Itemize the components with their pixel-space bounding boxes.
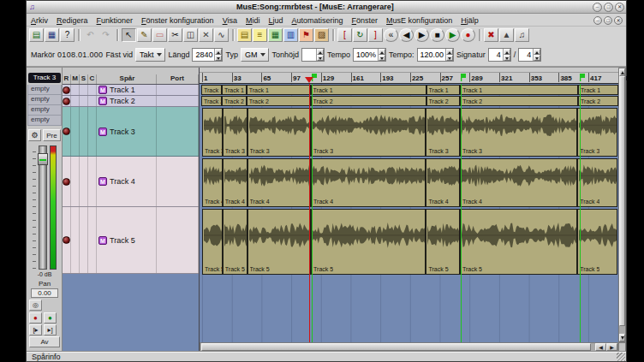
mute-cell[interactable] [71,207,80,273]
arranger-part[interactable]: Track 1 [426,85,461,95]
menu-visa[interactable]: Visa [218,16,242,25]
output-route-button[interactable]: ▸] [44,324,57,335]
hscroll-thumb[interactable] [201,343,591,351]
spin-up-icon[interactable] [379,49,385,55]
minimize-button[interactable]: – [593,16,602,25]
arranger-part[interactable]: Track 3 [460,108,577,157]
close-button[interactable]: ✕ [614,16,623,25]
part-list-item[interactable]: empty [27,95,62,105]
track-row-3[interactable]: MTrack 3 [63,107,199,157]
arranger-part[interactable]: Track 3 [577,108,617,157]
solo-cell[interactable] [80,96,88,106]
type-combo[interactable]: GM [241,48,270,62]
arranger-part[interactable]: Track 2 [578,96,618,106]
record-arm-cell[interactable] [63,157,71,206]
scroll-left-icon[interactable]: ◀ [595,343,606,351]
maximize-button[interactable]: □ [604,16,612,25]
solo-cell[interactable] [80,157,88,206]
arranger-part[interactable]: Track 4 [311,158,426,207]
playhead-marker-icon[interactable] [305,77,313,83]
menu-ljud[interactable]: Ljud [265,16,288,25]
arranger-part[interactable]: Track 2 [460,96,578,106]
arranger-part[interactable]: Track 3 [223,108,247,157]
trackinfo-toggle[interactable]: Spårinfo [27,353,617,361]
glue-tool-icon[interactable]: ◫ [183,28,198,42]
scroll-down-icon[interactable] [619,334,625,341]
scroll-up-icon[interactable] [619,68,625,76]
arranger-part[interactable]: Track 5 [311,209,426,275]
menu-hjälp[interactable]: Hjälp [456,16,483,25]
input-route-button[interactable]: [▸ [29,324,42,335]
spin-down-icon[interactable] [317,55,324,61]
spin-up-icon[interactable] [446,49,453,55]
arranger-part[interactable]: Track 5 [577,209,617,275]
track-row-5[interactable]: MTrack 5 [63,207,199,274]
arranger-part[interactable]: Track 3 [311,108,426,157]
metronome-icon[interactable]: ▲ [499,28,514,42]
spin-up-icon[interactable] [504,49,510,55]
fader-track[interactable] [39,145,47,270]
spin-up-icon[interactable] [215,49,222,55]
track-name-cell[interactable]: MTrack 3 [97,107,157,156]
open-icon[interactable]: ▤ [29,28,44,42]
marker-flag-icon[interactable] [580,74,585,81]
scroll-right-icon[interactable]: ▶ [606,343,617,351]
pianoroll-icon[interactable]: ▤ [237,28,252,42]
drum-editor-icon[interactable]: ▦ [268,28,283,42]
length-spin[interactable]: 2840 [192,48,223,62]
menu-fönster[interactable]: Fönster [348,16,383,25]
arranger-part[interactable]: Track 4 [223,158,247,207]
marker-flag-icon[interactable] [461,74,466,81]
signature-numerator-spin[interactable]: 4 [488,48,511,62]
arranger-part[interactable]: Track 4 [202,158,223,207]
record-arm-cell[interactable] [63,107,71,156]
rewind-start-icon[interactable]: « [384,28,398,42]
arranger-part[interactable]: Track 3 [247,108,312,157]
horizontal-scrollbar[interactable]: ◀ ▶ [200,342,618,352]
pan-value[interactable]: 0.00 [31,288,58,298]
part-list-item[interactable]: empty [27,116,62,126]
timeline-ruler[interactable]: 133659712916119322525728932135338541744 [200,68,618,84]
eraser-tool-icon[interactable]: ▭ [152,28,167,42]
punch-out-icon[interactable]: ] [368,28,383,42]
part-canvas[interactable]: Track 1Track 1Track 1Track 1Track 1Track… [200,84,618,342]
menu-muse-konfiguration[interactable]: MusE konfiguration [382,16,456,25]
power-button[interactable]: ◎ [29,300,42,311]
arranger-part[interactable]: Track 4 [247,158,312,207]
track-port-cell[interactable] [157,157,199,206]
arranger-part[interactable]: Track 1 [247,85,311,95]
master-track-icon[interactable]: ▨ [314,28,329,42]
close-button[interactable]: ✕ [615,3,624,12]
forward-icon[interactable]: ▶ [414,28,429,42]
pointer-tool-icon[interactable]: ↖ [122,28,136,42]
track-port-cell[interactable] [157,85,199,95]
spin-down-icon[interactable] [379,55,385,61]
arranger-part[interactable]: Track 1 [578,85,618,95]
mixer-icon[interactable]: ▥ [283,28,298,42]
punch-in-icon[interactable]: [ [337,28,352,42]
track-name-cell[interactable]: MTrack 4 [97,157,157,206]
arranger-part[interactable]: Track 1 [311,85,426,95]
snap-combo[interactable]: Takt [135,48,166,62]
vertical-scrollbar[interactable] [618,68,626,342]
gear-icon[interactable]: ⚙ [28,129,41,141]
spin-up-icon[interactable] [534,49,540,55]
tempo-percent-spin[interactable]: 100% [353,48,386,62]
record-arm-cell[interactable] [63,85,71,95]
track-name-cell[interactable]: MTrack 2 [97,96,157,106]
arranger-part[interactable]: Track 2 [247,96,311,106]
arranger-part[interactable]: Track 1 [201,85,222,95]
titlebar[interactable]: ♫ MusE:Song:rmrbtest - [MusE: Arrangerar… [27,1,626,14]
vscroll-thumb[interactable] [619,76,625,326]
arranger-part[interactable]: Track 5 [460,209,577,275]
whats-this-icon[interactable]: ? [60,28,75,42]
resize-grip[interactable] [617,353,625,361]
record-icon[interactable]: ● [461,28,475,42]
mute-cell[interactable] [71,96,80,106]
mute-tool-icon[interactable]: ✕ [199,28,213,42]
pencil-tool-icon[interactable]: ✎ [137,28,152,42]
menu-fönster-konfiguration[interactable]: Fönster konfiguration [137,16,218,25]
marker-view-icon[interactable]: ⚑ [299,28,313,42]
arranger-part[interactable]: Track 2 [426,96,461,106]
arranger-part[interactable]: Track 1 [222,85,247,95]
